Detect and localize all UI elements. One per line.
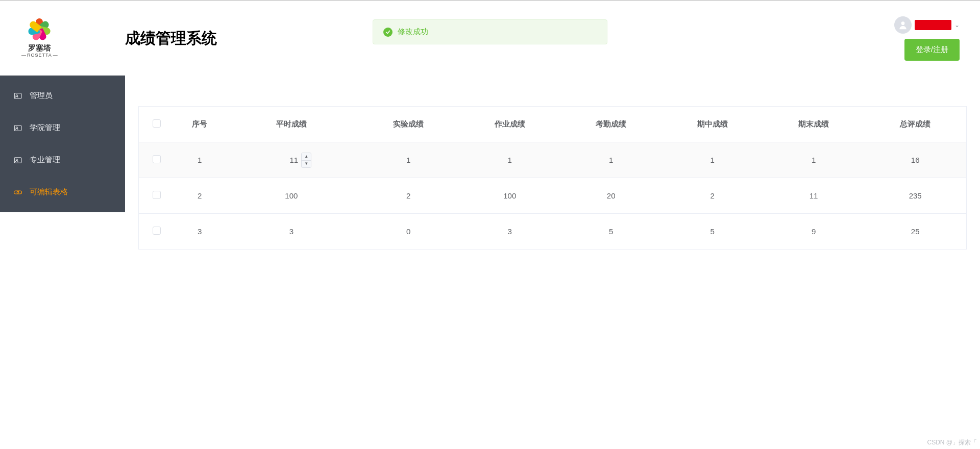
sidebar-item-admin[interactable]: 管理员 <box>0 80 125 112</box>
col-final: 期末成绩 <box>763 107 864 142</box>
col-usual: 平时成绩 <box>225 107 358 142</box>
success-toast: 修改成功 <box>373 19 607 44</box>
main-content: 序号 平时成绩 实验成绩 作业成绩 考勤成绩 期中成绩 期末成绩 总评成绩 1 <box>125 76 980 449</box>
step-up-button[interactable]: ▲ <box>302 153 311 160</box>
cell-exp[interactable]: 0 <box>358 214 459 250</box>
cell-hw[interactable]: 3 <box>459 214 560 250</box>
svg-rect-5 <box>14 157 21 163</box>
logo-icon <box>27 17 52 42</box>
select-all-checkbox[interactable] <box>153 119 161 128</box>
sidebar-item-major[interactable]: 专业管理 <box>0 144 125 176</box>
username-badge <box>915 20 951 30</box>
cell-final[interactable]: 11 <box>763 178 864 214</box>
svg-point-0 <box>901 21 905 25</box>
col-total: 总评成绩 <box>864 107 966 142</box>
col-index: 序号 <box>175 107 225 142</box>
table-row: 3 3 0 3 5 5 9 25 <box>139 214 967 250</box>
user-card-icon <box>13 123 22 133</box>
sidebar-item-label: 专业管理 <box>30 155 60 165</box>
check-circle-icon <box>383 28 393 37</box>
user-card-icon <box>13 91 22 101</box>
usual-value: 11 <box>290 156 299 164</box>
sidebar-item-label: 管理员 <box>30 91 53 101</box>
cell-mid[interactable]: 1 <box>662 142 763 178</box>
cell-index: 3 <box>175 214 225 250</box>
cell-att[interactable]: 1 <box>560 142 662 178</box>
cell-final[interactable]: 1 <box>763 142 864 178</box>
user-card-icon <box>13 156 22 165</box>
table-row: 2 100 2 100 20 2 11 235 <box>139 178 967 214</box>
col-mid: 期中成绩 <box>662 107 763 142</box>
table-header-row: 序号 平时成绩 实验成绩 作业成绩 考勤成绩 期中成绩 期末成绩 总评成绩 <box>139 107 967 142</box>
cell-total: 25 <box>864 214 966 250</box>
row-checkbox[interactable] <box>153 191 161 199</box>
logo-name: 罗塞塔 <box>28 44 51 52</box>
cell-att[interactable]: 5 <box>560 214 662 250</box>
sidebar-item-label: 可编辑表格 <box>30 187 68 197</box>
avatar-icon <box>894 16 912 34</box>
cell-mid[interactable]: 5 <box>662 214 763 250</box>
cell-mid[interactable]: 2 <box>662 178 763 214</box>
cell-hw[interactable]: 1 <box>459 142 560 178</box>
cell-index: 2 <box>175 178 225 214</box>
cell-total: 235 <box>864 178 966 214</box>
svg-rect-3 <box>14 125 21 131</box>
sidebar-item-college[interactable]: 学院管理 <box>0 112 125 144</box>
scores-table: 序号 平时成绩 实验成绩 作业成绩 考勤成绩 期中成绩 期末成绩 总评成绩 1 <box>138 106 967 250</box>
step-down-button[interactable]: ▼ <box>302 160 311 167</box>
cell-total: 16 <box>864 142 966 178</box>
svg-point-8 <box>17 191 19 193</box>
logo: 罗塞塔 ROSETTA <box>20 17 59 59</box>
cell-final[interactable]: 9 <box>763 214 864 250</box>
user-area: ⌄ 登录/注册 <box>894 16 960 61</box>
sidebar-item-editable-table[interactable]: 可编辑表格 <box>0 176 125 208</box>
sidebar-item-label: 学院管理 <box>30 123 60 133</box>
cell-exp[interactable]: 2 <box>358 178 459 214</box>
cell-usual[interactable]: 100 <box>225 178 358 214</box>
number-stepper: ▲ ▼ <box>301 153 311 168</box>
row-checkbox[interactable] <box>153 227 161 235</box>
svg-rect-1 <box>14 93 21 98</box>
sidebar: 管理员 学院管理 专业管理 可编辑表格 <box>0 76 125 212</box>
col-hw: 作业成绩 <box>459 107 560 142</box>
cell-usual-editing[interactable]: 11 ▲ ▼ <box>225 142 358 178</box>
cell-exp[interactable]: 1 <box>358 142 459 178</box>
cell-usual[interactable]: 3 <box>225 214 358 250</box>
table-row: 1 11 ▲ ▼ 1 1 1 1 1 <box>139 142 967 178</box>
app-header: 罗塞塔 ROSETTA 成绩管理系统 修改成功 ⌄ 登录/注册 <box>0 0 980 76</box>
col-att: 考勤成绩 <box>560 107 662 142</box>
login-register-button[interactable]: 登录/注册 <box>904 39 960 61</box>
row-checkbox[interactable] <box>153 155 161 163</box>
col-exp: 实验成绩 <box>358 107 459 142</box>
user-dropdown[interactable]: ⌄ <box>894 16 960 34</box>
chevron-down-icon: ⌄ <box>954 21 960 29</box>
cell-att[interactable]: 20 <box>560 178 662 214</box>
toast-message: 修改成功 <box>398 27 428 37</box>
cell-hw[interactable]: 100 <box>459 178 560 214</box>
eye-icon <box>13 188 22 197</box>
app-title: 成绩管理系统 <box>125 28 217 49</box>
logo-subtitle: ROSETTA <box>20 52 59 59</box>
cell-index: 1 <box>175 142 225 178</box>
